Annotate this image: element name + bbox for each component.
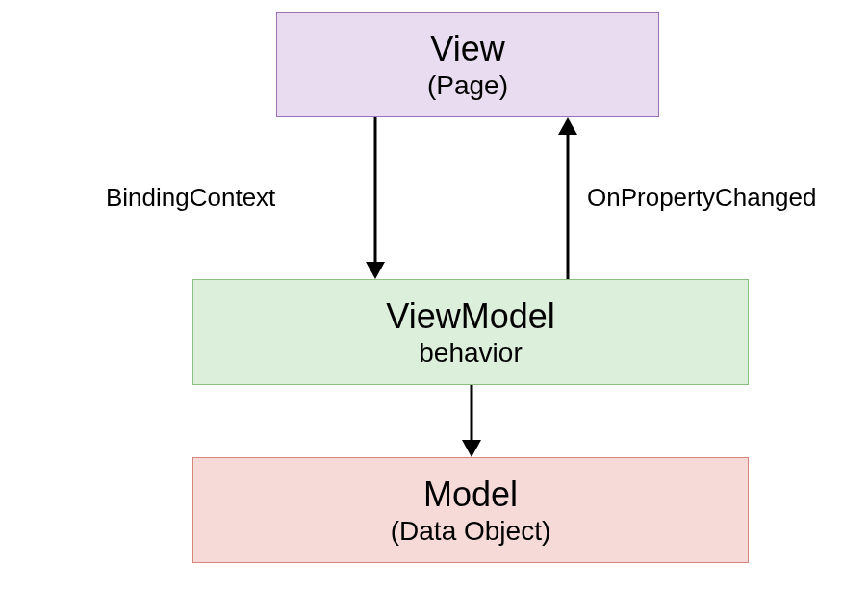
view-title: View — [430, 28, 504, 69]
viewmodel-subtitle: behavior — [419, 337, 522, 370]
arrow-down-icon — [356, 117, 395, 279]
svg-marker-3 — [558, 117, 577, 135]
model-title: Model — [423, 474, 518, 515]
view-box: View (Page) — [276, 12, 659, 117]
viewmodel-title: ViewModel — [386, 295, 554, 337]
svg-marker-1 — [366, 262, 385, 279]
on-property-changed-label: OnPropertyChanged — [587, 183, 816, 213]
arrow-down-center-icon — [452, 385, 491, 457]
arrow-up-icon — [549, 117, 587, 279]
binding-context-label: BindingContext — [106, 183, 275, 213]
view-subtitle: (Page) — [427, 69, 508, 102]
svg-marker-5 — [462, 440, 481, 457]
viewmodel-box: ViewModel behavior — [192, 279, 749, 385]
model-subtitle: (Data Object) — [391, 515, 551, 548]
model-box: Model (Data Object) — [192, 457, 749, 563]
